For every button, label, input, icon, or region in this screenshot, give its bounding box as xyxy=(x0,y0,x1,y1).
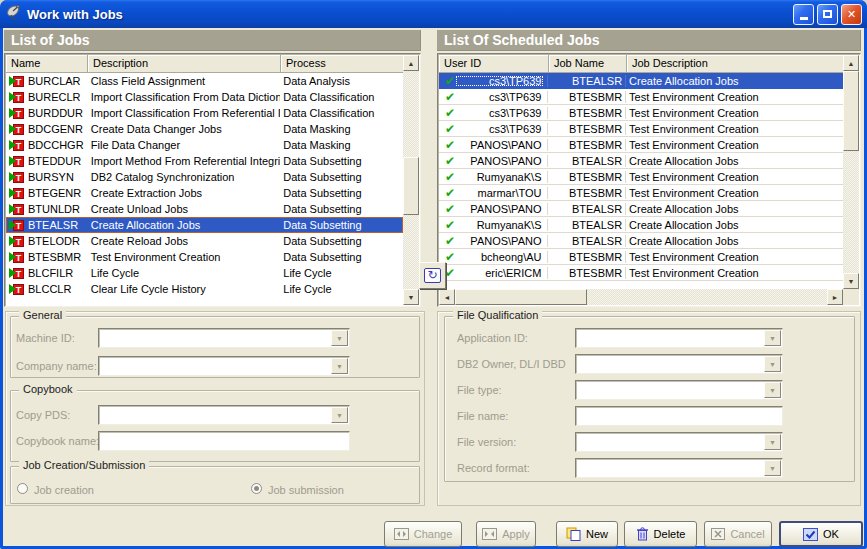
table-row[interactable]: TBDCCHGRFile Data ChangerData Masking xyxy=(6,137,403,153)
table-row[interactable]: ✔PANOS\PANOBTESBMRTest Environment Creat… xyxy=(439,137,843,153)
chevron-down-icon[interactable]: ▼ xyxy=(764,460,781,476)
check-icon: ✔ xyxy=(445,76,455,86)
job-process: Data Subsetting xyxy=(280,187,403,199)
table-row[interactable]: TBURCLARClass Field AssignmentData Analy… xyxy=(6,73,403,89)
user-id: cs3\TP639 xyxy=(455,91,544,103)
table-row[interactable]: TBTEALSRCreate Allocation JobsData Subse… xyxy=(6,217,403,233)
user-id: PANOS\PANO xyxy=(455,155,544,167)
table-row[interactable]: ✔RumyanaK\SBTEALSRCreate Allocation Jobs xyxy=(439,217,843,233)
run-arrow-icon xyxy=(9,108,16,118)
file-type-combobox[interactable]: ▼ xyxy=(575,380,783,400)
check-icon: ✔ xyxy=(445,108,455,118)
company-name-combobox[interactable]: ▼ xyxy=(98,356,350,376)
record-format-combobox[interactable]: ▼ xyxy=(575,458,783,478)
apply-button-label: Apply xyxy=(502,528,530,540)
table-row[interactable]: ✔eric\ERICMBTESBMRTest Environment Creat… xyxy=(439,265,843,281)
job-description: Test Environment Creation xyxy=(626,171,843,183)
chevron-down-icon[interactable]: ▼ xyxy=(764,356,781,372)
scroll-thumb[interactable] xyxy=(403,157,419,215)
table-row[interactable]: TBURDDURImport Classification From Refer… xyxy=(6,105,403,121)
user-id: cs3\TP639 xyxy=(455,107,544,119)
job-process: Data Subsetting xyxy=(280,203,403,215)
file-version-combobox[interactable]: ▼ xyxy=(575,432,783,452)
cancel-button[interactable]: Cancel xyxy=(704,521,772,547)
scroll-up-icon[interactable]: ▲ xyxy=(403,55,419,71)
change-button[interactable]: Change xyxy=(384,521,462,547)
table-row[interactable]: TBLCFILRLife CycleLife Cycle xyxy=(6,265,403,281)
chevron-down-icon[interactable]: ▼ xyxy=(331,330,348,346)
column-header[interactable]: Description xyxy=(88,55,281,73)
scroll-right-icon[interactable]: ► xyxy=(827,289,843,305)
jobs-vertical-scrollbar[interactable]: ▲ ▼ xyxy=(403,55,419,305)
db2-owner-combobox[interactable]: ▼ xyxy=(575,354,783,374)
copy-pds-combobox[interactable]: ▼ xyxy=(98,405,350,425)
chevron-down-icon[interactable]: ▼ xyxy=(331,407,348,423)
close-button[interactable]: ✕ xyxy=(841,4,862,25)
table-row[interactable]: TBTUNLDRCreate Unload JobsData Subsettin… xyxy=(6,201,403,217)
minimize-button[interactable] xyxy=(793,4,814,25)
new-button[interactable]: New xyxy=(556,521,618,547)
chevron-down-icon[interactable]: ▼ xyxy=(764,434,781,450)
table-row[interactable]: TBDCGENRCreate Data Changer JobsData Mas… xyxy=(6,121,403,137)
check-icon: ✔ xyxy=(445,172,455,182)
table-row[interactable]: TBTEDDURImport Method From Referential I… xyxy=(6,153,403,169)
table-row[interactable]: ✔RumyanaK\SBTESBMRTest Environment Creat… xyxy=(439,169,843,185)
chevron-down-icon[interactable]: ▼ xyxy=(331,358,348,374)
job-description: Test Environment Creation xyxy=(626,123,843,135)
chevron-down-icon[interactable]: ▼ xyxy=(764,382,781,398)
column-header[interactable]: Name xyxy=(6,55,88,73)
table-row[interactable]: TBURECLRImport Classification From Data … xyxy=(6,89,403,105)
ok-button[interactable]: OK xyxy=(779,521,863,547)
run-arrow-icon xyxy=(9,252,16,262)
table-row[interactable]: ✔PANOS\PANOBTEALSRCreate Allocation Jobs xyxy=(439,201,843,217)
machine-id-combobox[interactable]: ▼ xyxy=(98,328,350,348)
job-process: Data Subsetting xyxy=(280,251,403,263)
copybook-name-input[interactable] xyxy=(98,431,350,451)
job-process: Data Classification xyxy=(280,91,403,103)
scheduled-vertical-scrollbar[interactable]: ▲ ▼ xyxy=(843,55,859,289)
column-header[interactable]: Process xyxy=(281,55,404,73)
table-row[interactable]: ✔PANOS\PANOBTEALSRCreate Allocation Jobs xyxy=(439,233,843,249)
scroll-thumb[interactable] xyxy=(455,289,587,305)
table-row[interactable]: TBTESBMRTest Environment CreationData Su… xyxy=(6,249,403,265)
chevron-down-icon[interactable]: ▼ xyxy=(764,330,781,346)
job-description: Create Data Changer Jobs xyxy=(88,123,281,135)
table-row[interactable]: ✔cs3\TP639BTEALSRCreate Allocation Jobs xyxy=(439,73,843,89)
table-row[interactable]: TBURSYNDB2 Catalog SynchronizationData S… xyxy=(6,169,403,185)
reschedule-button[interactable]: ↻ xyxy=(419,262,446,289)
new-button-label: New xyxy=(586,528,608,540)
table-row[interactable]: ✔cs3\TP639BTESBMRTest Environment Creati… xyxy=(439,89,843,105)
job-description: DB2 Catalog Synchronization xyxy=(88,171,281,183)
maximize-button[interactable] xyxy=(817,4,838,25)
job-description: Test Environment Creation xyxy=(626,187,843,199)
table-row[interactable]: TBTELODRCreate Reload JobsData Subsettin… xyxy=(6,233,403,249)
application-id-combobox[interactable]: ▼ xyxy=(575,328,783,348)
check-icon: ✔ xyxy=(445,188,455,198)
scroll-up-icon[interactable]: ▲ xyxy=(843,55,859,71)
job-creation-radio[interactable] xyxy=(17,483,28,494)
table-row[interactable]: TBLCCLRClear Life Cycle HistoryLife Cycl… xyxy=(6,281,403,297)
table-row[interactable]: TBTEGENRCreate Extraction JobsData Subse… xyxy=(6,185,403,201)
file-name-input[interactable] xyxy=(575,406,783,426)
scroll-down-icon[interactable]: ▼ xyxy=(843,273,859,289)
job-name: BTEALSR xyxy=(548,203,626,215)
apply-button[interactable]: Apply xyxy=(476,521,536,547)
check-icon: ✔ xyxy=(445,252,455,262)
table-row[interactable]: ✔bcheong\AUBTESBMRTest Environment Creat… xyxy=(439,249,843,265)
scroll-down-icon[interactable]: ▼ xyxy=(403,289,419,305)
column-header[interactable]: Job Name xyxy=(549,55,627,73)
table-row[interactable]: ✔cs3\TP639BTESBMRTest Environment Creati… xyxy=(439,121,843,137)
delete-button[interactable]: Delete xyxy=(624,521,697,547)
scroll-left-icon[interactable]: ◄ xyxy=(439,289,455,305)
table-row[interactable]: ✔marmar\TOUBTESBMRTest Environment Creat… xyxy=(439,185,843,201)
column-header[interactable]: Job Description xyxy=(627,55,845,73)
scroll-thumb[interactable] xyxy=(843,71,859,151)
user-id: cs3\TP639 xyxy=(455,75,544,87)
column-header[interactable]: User ID xyxy=(439,55,549,73)
table-row[interactable]: ✔cs3\TP639BTESBMRTest Environment Creati… xyxy=(439,105,843,121)
job-submission-radio[interactable] xyxy=(251,483,262,494)
job-name: BDCCHGR xyxy=(28,139,84,151)
apply-icon xyxy=(482,528,497,540)
table-row[interactable]: ✔PANOS\PANOBTEALSRCreate Allocation Jobs xyxy=(439,153,843,169)
scheduled-horizontal-scrollbar[interactable]: ◄ ► xyxy=(439,289,843,305)
